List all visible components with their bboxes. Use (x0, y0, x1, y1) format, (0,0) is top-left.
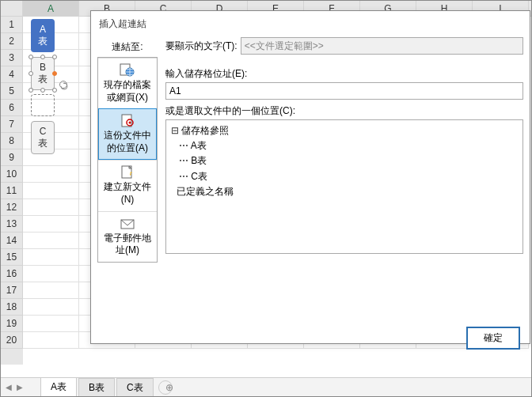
resize-handle[interactable] (52, 55, 57, 59)
tab-nav-prev-icon[interactable]: ◀ (4, 381, 13, 393)
shape-a-label: 表 (38, 35, 48, 48)
row-header[interactable]: 18 (1, 299, 23, 316)
display-text-label: 要顯示的文字(T): (165, 40, 238, 53)
insert-hyperlink-dialog: 插入超連結 連結至: 現存的檔案或網頁(X) 這份文件中的位置(A) 建立新文件… (90, 10, 530, 344)
tree-defined-names[interactable]: 已定義之名稱 (171, 184, 518, 199)
row-header[interactable]: 20 (1, 332, 23, 349)
row-header[interactable]: 13 (1, 216, 23, 233)
shape-b-label: 表 (38, 73, 48, 86)
new-document-icon (120, 165, 135, 180)
resize-handle[interactable] (28, 55, 33, 59)
linkto-existing-file[interactable]: 現存的檔案或網頁(X) (98, 58, 157, 108)
select-all-corner[interactable] (1, 1, 23, 16)
resize-handle[interactable] (28, 88, 33, 93)
dialog-main-column: 要顯示的文字(T): 輸入儲存格位址(E): 或是選取文件中的一個位置(C): … (158, 37, 523, 314)
tab-nav-arrows: ◀ ▶ (4, 381, 25, 393)
cell-ref-input[interactable] (165, 82, 523, 100)
row-headers: 1 2 3 4 5 6 7 8 9 10 11 12 13 14 15 16 1… (1, 17, 23, 365)
row-header[interactable]: 8 (1, 133, 23, 149)
new-sheet-button[interactable]: ⊕ (158, 380, 173, 395)
row-header[interactable]: 5 (1, 83, 23, 100)
link-to-label: 連結至: (97, 37, 158, 57)
cell-ref-label: 輸入儲存格位址(E): (165, 68, 247, 79)
display-text-input[interactable] (241, 37, 523, 55)
row-header[interactable]: 16 (1, 266, 23, 282)
resize-handle[interactable] (40, 55, 45, 59)
shape-c-label: 表 (38, 137, 48, 150)
sheet-tab-bar: ◀ ▶ A表 B表 C表 ⊕ (1, 377, 531, 396)
document-target-icon (120, 114, 135, 128)
dialog-title: 插入超連結 (91, 11, 530, 37)
link-to-panel: 現存的檔案或網頁(X) 這份文件中的位置(A) 建立新文件(N) 電子郵件地址(… (97, 57, 158, 263)
tree-root-cellref[interactable]: ⊟ 儲存格參照 (171, 123, 518, 138)
svg-point-4 (129, 122, 131, 124)
tree-label: 或是選取文件中的一個位置(C): (165, 105, 295, 116)
row-header[interactable]: 1 (1, 17, 23, 33)
sheet-tab-a[interactable]: A表 (40, 377, 77, 398)
linkto-existing-label: 現存的檔案或網頁(X) (104, 79, 151, 103)
connector-handle[interactable] (52, 71, 57, 76)
linkto-place-in-document[interactable]: 這份文件中的位置(A) (98, 108, 157, 160)
linkto-email[interactable]: 電子郵件地址(M) (98, 211, 157, 262)
row-header[interactable]: 7 (1, 116, 23, 133)
shape-b-letter: B (40, 62, 46, 73)
row-header[interactable]: 4 (1, 66, 23, 83)
rotate-handle-icon[interactable] (59, 81, 67, 89)
location-tree[interactable]: ⊟ 儲存格參照 ⋯ A表 ⋯ B表 ⋯ C表 已定義之名稱 (165, 119, 523, 254)
shape-a[interactable]: A 表 (31, 19, 55, 52)
resize-handle[interactable] (40, 88, 45, 93)
row-header[interactable]: 14 (1, 233, 23, 249)
row-header[interactable]: 6 (1, 100, 23, 116)
col-header-a[interactable]: A (23, 1, 79, 16)
row-header[interactable]: 17 (1, 282, 23, 299)
row-header[interactable]: 12 (1, 199, 23, 216)
row-header[interactable]: 2 (1, 33, 23, 50)
email-icon (120, 217, 135, 231)
row-header[interactable]: 3 (1, 50, 23, 66)
linkto-email-label: 電子郵件地址(M) (104, 233, 151, 256)
tab-nav-next-icon[interactable]: ▶ (15, 381, 25, 393)
resize-handle[interactable] (52, 88, 57, 93)
shape-c-letter: C (40, 126, 47, 137)
shape-c[interactable]: C 表 (31, 121, 55, 154)
shape-b-selected[interactable]: B 表 (31, 57, 55, 90)
ok-button[interactable]: 確定 (466, 327, 520, 350)
row-header[interactable]: 15 (1, 249, 23, 266)
linkto-new-document[interactable]: 建立新文件(N) (98, 160, 157, 210)
tree-item[interactable]: ⋯ C表 (171, 169, 518, 184)
shape-a-letter: A (40, 24, 46, 35)
shape-placeholder (31, 94, 55, 116)
tree-item[interactable]: ⋯ B表 (171, 153, 518, 168)
resize-handle[interactable] (28, 71, 33, 76)
tree-item[interactable]: ⋯ A表 (171, 138, 518, 153)
row-header[interactable]: 11 (1, 183, 23, 199)
linkto-newdoc-label: 建立新文件(N) (104, 181, 151, 205)
row-header[interactable]: 9 (1, 149, 23, 166)
globe-file-icon (120, 63, 135, 78)
row-header[interactable]: 10 (1, 166, 23, 183)
sheet-tab-c[interactable]: C表 (116, 378, 154, 397)
linkto-place-label: 這份文件中的位置(A) (104, 130, 151, 153)
row-header[interactable]: 19 (1, 316, 23, 332)
sheet-tab-b[interactable]: B表 (78, 378, 115, 397)
